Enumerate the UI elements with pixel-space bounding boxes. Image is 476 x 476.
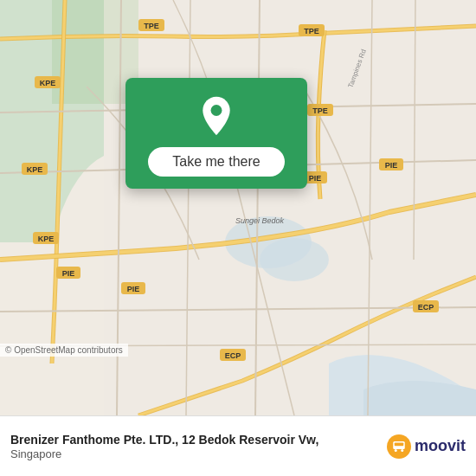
svg-text:Sungei Bedok: Sungei Bedok (235, 216, 285, 225)
place-details: Brenizer Fanthome Pte. LTD., 12 Bedok Re… (10, 432, 378, 460)
svg-text:KPE: KPE (27, 165, 43, 174)
map-area: TPE TPE TPE KPE KPE KPE PIE PIE PIE PIE … (0, 0, 476, 415)
location-card: Take me there (125, 78, 307, 189)
svg-text:KPE: KPE (40, 79, 56, 87)
svg-point-40 (211, 105, 222, 116)
moovit-icon (387, 434, 411, 459)
map-pin-icon (196, 95, 237, 137)
svg-text:TPE: TPE (304, 27, 319, 35)
svg-text:PIE: PIE (127, 285, 140, 293)
svg-text:TPE: TPE (312, 106, 328, 115)
svg-text:PIE: PIE (385, 161, 398, 170)
svg-point-43 (401, 449, 403, 452)
svg-text:ECP: ECP (418, 303, 434, 312)
svg-text:KPE: KPE (38, 235, 55, 243)
svg-text:PIE: PIE (62, 269, 75, 278)
take-me-there-button[interactable]: Take me there (148, 147, 284, 177)
svg-rect-44 (395, 442, 404, 446)
moovit-text: moovit (415, 437, 466, 455)
place-location: Singapore (10, 447, 378, 460)
svg-text:ECP: ECP (225, 351, 241, 360)
svg-text:TPE: TPE (144, 22, 159, 30)
svg-point-42 (395, 449, 397, 452)
moovit-logo: moovit (387, 434, 466, 459)
place-name: Brenizer Fanthome Pte. LTD., 12 Bedok Re… (10, 432, 378, 447)
bottom-info-bar: Brenizer Fanthome Pte. LTD., 12 Bedok Re… (0, 415, 476, 476)
map-attribution: © OpenStreetMap contributors (0, 344, 128, 357)
svg-text:PIE: PIE (309, 174, 322, 183)
